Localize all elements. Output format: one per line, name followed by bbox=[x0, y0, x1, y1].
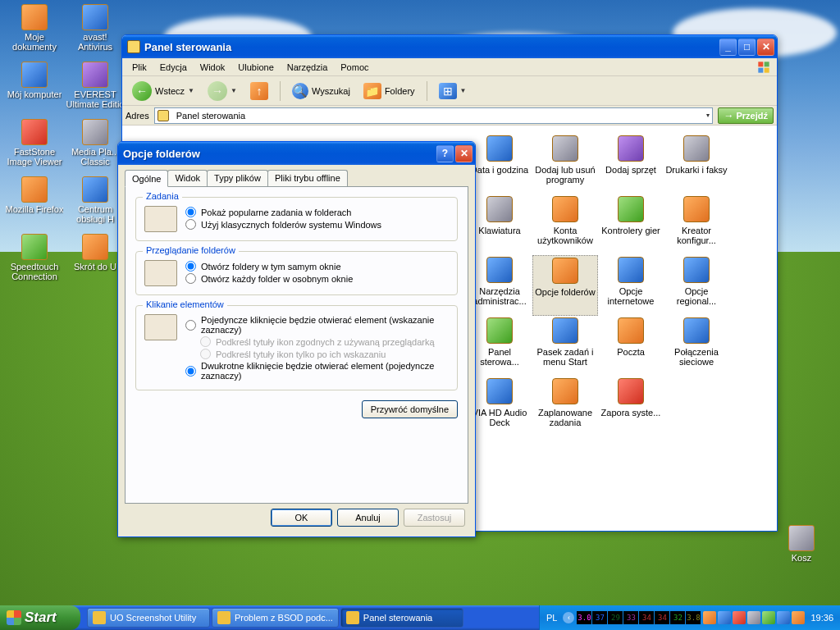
control-panel-item[interactable]: Kontrolery gier bbox=[598, 194, 664, 255]
tasks-classic-radio[interactable]: Użyj klasycznych folderów systemu Window… bbox=[185, 218, 449, 231]
control-panel-item[interactable]: Poczta bbox=[598, 316, 664, 377]
tray-icon[interactable] bbox=[777, 611, 790, 624]
click-double-radio[interactable]: Dwukrotne kliknięcie będzie otwierać ele… bbox=[185, 360, 449, 381]
control-panel-item[interactable]: Opcje folderów bbox=[532, 255, 598, 316]
taskbar-task[interactable]: UO Screenshot Utility bbox=[87, 608, 210, 628]
search-button[interactable]: 🔍Wyszukaj bbox=[287, 81, 355, 101]
tray-meter[interactable]: 37 bbox=[592, 611, 607, 624]
control-panel-item[interactable]: VIA HD Audio Deck bbox=[467, 377, 532, 437]
desktop-icon[interactable]: Mój komputer bbox=[4, 62, 65, 117]
cp-item-icon bbox=[618, 378, 644, 404]
desktop-icon[interactable]: Speedtouch Connection bbox=[4, 234, 65, 290]
control-panel-item[interactable]: Data i godzina bbox=[467, 134, 532, 194]
tray-icon[interactable] bbox=[792, 611, 805, 624]
tab-pliki-trybu-offline[interactable]: Pliki trybu offline bbox=[267, 170, 348, 186]
desktop-icon[interactable]: Media Pla... Classic bbox=[65, 119, 126, 175]
go-button[interactable]: →Przejdź bbox=[718, 107, 774, 124]
tray-meter[interactable]: 29 bbox=[608, 611, 623, 624]
tray-icon[interactable] bbox=[747, 611, 760, 624]
browse-own-radio[interactable]: Otwórz każdy folder w osobnym oknie bbox=[185, 272, 449, 285]
menu-ulubione[interactable]: Ulubione bbox=[231, 61, 280, 74]
address-value: Panel sterowania bbox=[176, 111, 704, 121]
control-panel-item[interactable]: Zapora syste... bbox=[598, 377, 664, 437]
desktop-icon[interactable]: avast! Antivirus bbox=[65, 4, 126, 60]
control-panel-item[interactable]: Panel sterowa... bbox=[467, 316, 532, 377]
tray-meter[interactable]: 34 bbox=[655, 611, 669, 624]
dialog-title: Opcje folderów bbox=[123, 148, 436, 160]
recycle-bin[interactable]: Kosz bbox=[771, 525, 832, 581]
tray-icon[interactable] bbox=[703, 611, 716, 624]
close-button[interactable]: ✕ bbox=[455, 145, 472, 162]
click-single-radio[interactable]: Pojedyncze kliknięcie będzie otwierać el… bbox=[185, 314, 449, 336]
control-panel-item[interactable]: Połączenia sieciowe bbox=[664, 316, 729, 377]
tray-icon[interactable] bbox=[718, 611, 731, 624]
close-button[interactable]: ✕ bbox=[757, 39, 774, 56]
folders-icon: 📁 bbox=[363, 83, 381, 99]
tab-typy-plików[interactable]: Typy plików bbox=[207, 170, 268, 186]
cp-item-label: Dodaj sprzęt bbox=[605, 165, 656, 175]
chevron-down-icon[interactable]: ▾ bbox=[706, 112, 710, 119]
taskbar-task[interactable]: Problem z BSOD podc... bbox=[212, 608, 339, 628]
tab-widok[interactable]: Widok bbox=[167, 170, 208, 186]
tasks-common-radio[interactable]: Pokaż popularne zadania w folderach bbox=[185, 206, 449, 218]
desktop-icon[interactable]: EVEREST Ultimate Editio bbox=[65, 62, 126, 117]
language-indicator[interactable]: PL bbox=[543, 613, 560, 623]
svg-rect-2 bbox=[758, 67, 763, 72]
views-button[interactable]: ⊞▼ bbox=[434, 81, 472, 101]
desktop-icon[interactable]: Centrum obsługi H bbox=[65, 176, 126, 232]
control-panel-item[interactable]: Zaplanowane zadania bbox=[532, 377, 598, 437]
control-panel-item[interactable]: Drukarki i faksy bbox=[664, 134, 729, 194]
taskbar-task[interactable]: Panel sterowania bbox=[340, 608, 463, 628]
ok-button[interactable]: OK bbox=[271, 509, 332, 527]
tray-meter[interactable]: 3.8 bbox=[686, 611, 701, 624]
control-panel-item[interactable]: Opcje internetowe bbox=[598, 255, 664, 316]
help-button[interactable]: ? bbox=[436, 145, 454, 162]
address-input[interactable]: Panel sterowania ▾ bbox=[154, 107, 714, 124]
browse-same-radio[interactable]: Otwórz foldery w tym samym oknie bbox=[185, 260, 449, 272]
dialog-titlebar[interactable]: Opcje folderów ? ✕ bbox=[118, 142, 475, 165]
desktop-icon[interactable]: Moje dokumenty bbox=[4, 4, 65, 60]
control-panel-item[interactable]: Pasek zadań i menu Start bbox=[532, 316, 598, 377]
control-panel-item[interactable]: Klawiatura bbox=[467, 194, 532, 255]
tray-meter[interactable]: 32 bbox=[670, 611, 685, 624]
menu-widok[interactable]: Widok bbox=[194, 61, 232, 74]
control-panel-item[interactable]: Opcje regional... bbox=[664, 255, 729, 316]
menu-edycja[interactable]: Edycja bbox=[153, 61, 194, 74]
menu-pomoc[interactable]: Pomoc bbox=[334, 61, 375, 74]
tray-meter[interactable]: 33 bbox=[623, 611, 638, 624]
cancel-button[interactable]: Anuluj bbox=[337, 509, 399, 527]
tray-meter[interactable]: 3.0 bbox=[577, 611, 591, 624]
desktop-icon[interactable]: Mozilla Firefox bbox=[4, 176, 65, 232]
control-panel-item[interactable]: Dodaj lub usuń programy bbox=[532, 134, 598, 194]
minimize-button[interactable]: _ bbox=[719, 39, 737, 56]
menu-narzędzia[interactable]: Narzędzia bbox=[281, 61, 335, 74]
menu-plik[interactable]: Plik bbox=[126, 61, 153, 74]
tray-expand-icon[interactable]: ‹ bbox=[563, 612, 574, 623]
control-panel-item[interactable]: Dodaj sprzęt bbox=[598, 134, 664, 194]
forward-arrow-icon: → bbox=[208, 81, 227, 101]
folders-button[interactable]: 📁Foldery bbox=[358, 81, 420, 101]
maximize-button[interactable]: □ bbox=[738, 39, 756, 56]
separator bbox=[280, 81, 281, 101]
control-panel-item[interactable]: Konta użytkowników bbox=[532, 194, 598, 255]
desktop-icon[interactable]: Skrót do U bbox=[65, 234, 126, 290]
tray-icon[interactable] bbox=[762, 611, 775, 624]
tab-ogólne[interactable]: Ogólne bbox=[125, 170, 168, 187]
restore-defaults-button[interactable]: Przywróć domyślne bbox=[362, 400, 458, 418]
explorer-titlebar[interactable]: Panel sterowania _ □ ✕ bbox=[122, 35, 777, 58]
start-button[interactable]: Start bbox=[0, 605, 80, 630]
back-button[interactable]: ←Wstecz▼ bbox=[127, 80, 199, 103]
tray-icon[interactable] bbox=[733, 611, 746, 624]
start-label: Start bbox=[25, 609, 57, 626]
apply-button: Zastosuj bbox=[404, 509, 465, 527]
cp-item-icon bbox=[683, 257, 710, 283]
tray-clock[interactable]: 19:36 bbox=[807, 613, 833, 623]
tray-meter[interactable]: 34 bbox=[639, 611, 654, 624]
cp-item-icon bbox=[486, 378, 513, 404]
forward-button[interactable]: →▼ bbox=[203, 80, 242, 103]
up-button[interactable]: ↑ bbox=[245, 80, 273, 102]
control-panel-item[interactable]: Kreator konfigur... bbox=[664, 194, 729, 255]
desktop-icon[interactable]: FastStone Image Viewer bbox=[4, 119, 65, 175]
click-group: Klikanie elementów Pojedyncze kliknięcie… bbox=[135, 305, 458, 390]
control-panel-item[interactable]: Narzędzia administrac... bbox=[467, 255, 532, 316]
